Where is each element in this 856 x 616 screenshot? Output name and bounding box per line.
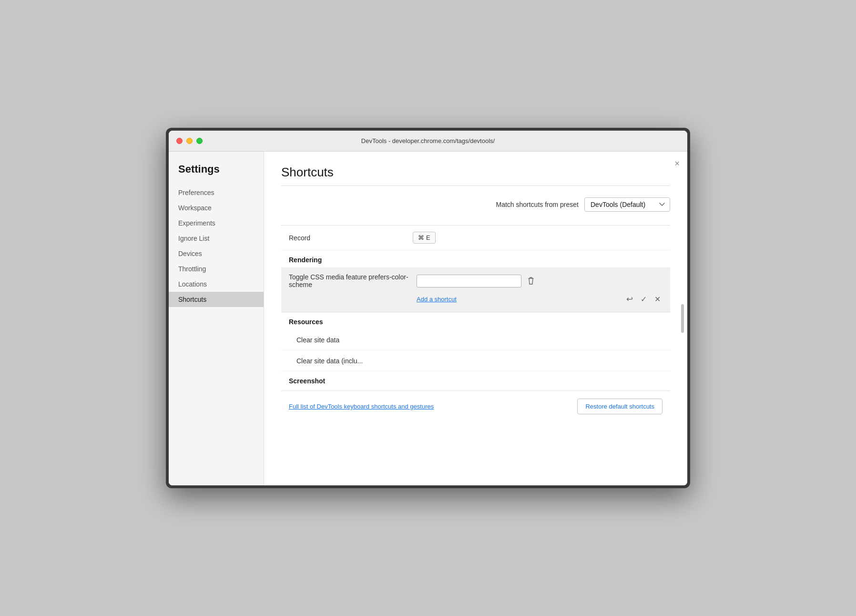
shortcuts-section: Record ⌘ E Rendering Toggle C [281,225,670,389]
undo-icon: ↩ [626,294,633,304]
confirm-button[interactable]: ✓ [639,293,649,306]
record-key-symbol: ⌘ [418,234,424,241]
delete-shortcut-button[interactable] [525,275,537,287]
scrollbar-thumb [681,304,684,333]
maximize-traffic-light[interactable] [196,138,203,144]
footer: Full list of DevTools keyboard shortcuts… [281,390,670,422]
check-icon: ✓ [641,295,647,304]
add-shortcut-link[interactable]: Add a shortcut [417,296,457,303]
window-content: DevTools - developer.chrome.com/tags/dev… [169,131,687,485]
clear-site-data-inclu-row: Clear site data (inclu... [281,350,670,371]
sidebar-item-shortcuts[interactable]: Shortcuts [169,292,264,307]
sidebar-item-throttling[interactable]: Throttling [169,261,264,277]
clear-site-data-row: Clear site data [281,329,670,350]
title-divider [281,185,670,186]
main-content: × Shortcuts Match shortcuts from preset … [264,152,687,485]
sidebar-item-preferences[interactable]: Preferences [169,185,264,200]
shortcut-input-area [417,275,662,287]
resources-section-header: Resources [281,312,670,329]
restore-defaults-button[interactable]: Restore default shortcuts [577,399,662,414]
sidebar-item-devices[interactable]: Devices [169,246,264,261]
clear-site-data-label: Clear site data [296,336,339,344]
clear-site-data-inclu-label: Clear site data (inclu... [296,357,363,365]
record-key-area: ⌘ E [413,232,662,244]
close-traffic-light[interactable] [176,138,183,144]
undo-button[interactable]: ↩ [624,292,635,306]
editing-row-bottom: Add a shortcut ↩ ✓ ✕ [289,292,662,306]
browser-window: DevTools - developer.chrome.com/tags/dev… [166,128,690,488]
record-shortcut-name: Record [289,234,413,242]
window-title: DevTools - developer.chrome.com/tags/dev… [361,137,495,144]
minimize-traffic-light[interactable] [186,138,193,144]
window-body: Settings Preferences Workspace Experimen… [169,152,687,485]
scrollbar-track[interactable] [681,209,684,457]
record-key-letter: E [426,234,430,241]
editing-actions: ↩ ✓ ✕ [624,292,662,306]
close-button[interactable]: × [674,159,680,168]
preset-select[interactable]: DevTools (Default) Visual Studio Code [584,197,670,212]
sidebar-heading: Settings [169,163,264,185]
page-title: Shortcuts [281,165,670,180]
editing-row-top: Toggle CSS media feature prefers-color-s… [289,273,662,288]
record-key-badge: ⌘ E [413,232,436,244]
editing-shortcut-name: Toggle CSS media feature prefers-color-s… [289,273,413,288]
screenshot-section-header: Screenshot [281,371,670,389]
preset-label: Match shortcuts from preset [496,201,579,208]
shortcut-key-input[interactable] [417,275,521,287]
sidebar-item-ignore-list[interactable]: Ignore List [169,231,264,246]
preset-row: Match shortcuts from preset DevTools (De… [281,197,670,212]
traffic-lights [176,138,203,144]
record-shortcut-row: Record ⌘ E [281,226,670,250]
sidebar-item-workspace[interactable]: Workspace [169,200,264,216]
full-list-link[interactable]: Full list of DevTools keyboard shortcuts… [289,403,434,410]
sidebar-item-locations[interactable]: Locations [169,277,264,292]
cancel-editing-button[interactable]: ✕ [652,293,662,306]
x-icon: ✕ [654,295,661,304]
rendering-section-header: Rendering [281,250,670,267]
title-bar: DevTools - developer.chrome.com/tags/dev… [169,131,687,152]
editing-row: Toggle CSS media feature prefers-color-s… [281,267,670,312]
sidebar: Settings Preferences Workspace Experimen… [169,152,264,485]
sidebar-item-experiments[interactable]: Experiments [169,216,264,231]
